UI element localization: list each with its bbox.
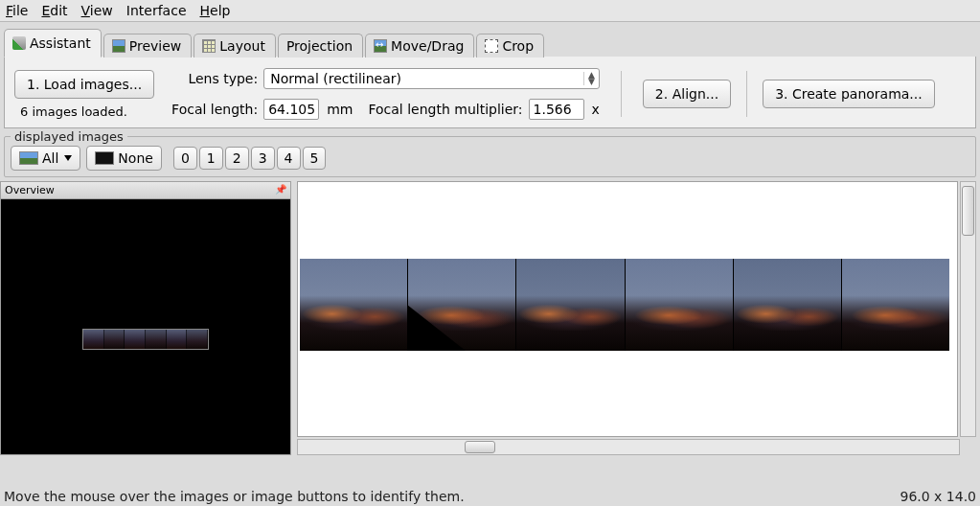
tab-layout-label: Layout — [219, 38, 265, 54]
images-loaded-text: 6 images loaded. — [14, 104, 154, 119]
panorama-strip — [300, 259, 949, 351]
wand-icon — [12, 36, 26, 50]
preview-canvas[interactable] — [297, 181, 958, 437]
crop-icon — [485, 39, 498, 53]
display-none-label: None — [118, 150, 153, 166]
tab-preview-label: Preview — [129, 38, 182, 54]
tab-movedrag-label: Move/Drag — [391, 38, 464, 54]
focal-length-input[interactable] — [263, 99, 319, 120]
none-icon — [95, 151, 114, 165]
focal-length-label: Focal length: — [171, 102, 258, 117]
tab-projection-label: Projection — [286, 38, 353, 54]
workspace: Overview 📌 — [0, 181, 976, 455]
image-icon — [112, 39, 125, 53]
flm-unit: x — [590, 102, 600, 117]
lens-type-combo[interactable]: Normal (rectilinear) ▲▼ — [263, 68, 600, 89]
tab-layout[interactable]: Layout — [194, 34, 276, 58]
image-button-4[interactable]: 4 — [277, 147, 301, 170]
all-icon — [19, 151, 38, 165]
align-button[interactable]: 2. Align... — [643, 80, 731, 108]
menu-view[interactable]: View — [81, 3, 113, 18]
status-coords: 96.0 x 14.0 — [900, 489, 976, 504]
flm-label: Focal length multiplier: — [358, 102, 522, 117]
image-button-1[interactable]: 1 — [199, 147, 223, 170]
tab-assistant[interactable]: Assistant — [4, 29, 102, 58]
menu-help[interactable]: Help — [200, 3, 231, 18]
move-icon — [374, 39, 387, 53]
overview-header: Overview 📌 — [1, 182, 290, 199]
menu-file[interactable]: File — [6, 3, 28, 18]
create-panorama-button[interactable]: 3. Create panorama... — [763, 80, 935, 108]
image-button-5[interactable]: 5 — [303, 147, 327, 170]
image-button-3[interactable]: 3 — [251, 147, 275, 170]
status-hint: Move the mouse over the images or image … — [4, 489, 465, 504]
horizontal-scrollbar[interactable] — [297, 439, 960, 455]
display-all-button[interactable]: All — [11, 146, 80, 171]
tab-projection[interactable]: Projection — [278, 34, 363, 58]
tab-crop-label: Crop — [502, 38, 534, 54]
tabstrip: Assistant Preview Layout Projection Move… — [0, 22, 980, 57]
image-button-0[interactable]: 0 — [173, 147, 197, 170]
overview-pane: Overview 📌 — [0, 181, 291, 455]
vscroll-thumb[interactable] — [962, 186, 974, 236]
displayed-images-legend: displayed images — [11, 129, 127, 144]
separator — [621, 71, 622, 117]
overview-thumbnail — [82, 329, 209, 350]
focal-length-unit: mm — [325, 102, 353, 117]
status-bar: Move the mouse over the images or image … — [4, 489, 976, 504]
overview-title: Overview — [5, 184, 55, 196]
pin-icon[interactable]: 📌 — [275, 184, 286, 196]
image-button-2[interactable]: 2 — [225, 147, 249, 170]
spin-icon[interactable]: ▲▼ — [583, 72, 595, 85]
assistant-panel: 1. Load images... 6 images loaded. Lens … — [4, 57, 976, 128]
tab-preview[interactable]: Preview — [103, 34, 193, 58]
displayed-images-group: displayed images All None 0 1 2 3 4 5 — [4, 136, 976, 177]
grid-icon — [202, 39, 216, 53]
tab-assistant-label: Assistant — [30, 35, 91, 51]
lens-type-value: Normal (rectilinear) — [270, 71, 401, 86]
image-number-buttons: 0 1 2 3 4 5 — [173, 147, 327, 170]
chevron-down-icon — [64, 155, 72, 161]
main-pane — [297, 181, 976, 455]
vertical-scrollbar[interactable] — [960, 181, 976, 437]
menu-edit[interactable]: Edit — [41, 3, 67, 18]
display-all-label: All — [42, 150, 58, 166]
display-none-button[interactable]: None — [86, 146, 162, 171]
separator — [746, 71, 747, 117]
overview-canvas[interactable] — [1, 199, 290, 454]
tab-movedrag[interactable]: Move/Drag — [365, 34, 474, 58]
load-images-button[interactable]: 1. Load images... — [14, 70, 154, 99]
lens-type-label: Lens type: — [171, 71, 258, 86]
menu-interface[interactable]: Interface — [126, 3, 187, 18]
hscroll-thumb[interactable] — [465, 441, 495, 453]
flm-input[interactable] — [529, 99, 584, 120]
menubar: File Edit View Interface Help — [0, 0, 980, 22]
tab-crop[interactable]: Crop — [476, 34, 544, 58]
